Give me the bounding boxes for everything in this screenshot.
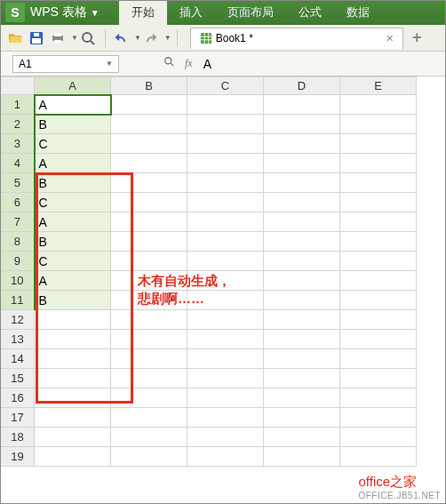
cell[interactable]: C [35, 193, 111, 212]
tab-close-icon[interactable]: × [386, 31, 394, 45]
cell[interactable] [111, 428, 187, 447]
row-header[interactable]: 9 [1, 252, 35, 271]
cell[interactable] [187, 252, 264, 271]
cell[interactable] [264, 95, 340, 115]
row-header[interactable]: 5 [1, 173, 35, 193]
cell[interactable] [187, 388, 264, 408]
cell[interactable] [187, 310, 264, 330]
row-header[interactable]: 10 [1, 271, 35, 291]
cell[interactable]: B [35, 232, 111, 252]
cell[interactable] [264, 193, 340, 212]
row-header[interactable]: 3 [1, 134, 35, 154]
cell[interactable]: C [35, 252, 111, 271]
row-header[interactable]: 15 [1, 369, 35, 388]
cell[interactable] [111, 232, 187, 252]
cell[interactable] [340, 408, 417, 428]
cell[interactable] [340, 154, 417, 173]
cell[interactable]: B [35, 115, 111, 134]
cell[interactable] [35, 369, 111, 388]
cell[interactable] [340, 291, 417, 310]
cell[interactable] [340, 212, 417, 232]
cell[interactable] [187, 428, 264, 447]
menu-data[interactable]: 数据 [334, 0, 382, 25]
cell[interactable] [264, 447, 340, 467]
cell[interactable] [111, 330, 187, 349]
cell[interactable] [111, 447, 187, 467]
cell[interactable] [264, 252, 340, 271]
cell[interactable] [340, 134, 417, 154]
row-header[interactable]: 16 [1, 388, 35, 408]
cell[interactable] [187, 95, 264, 115]
col-header-E[interactable]: E [340, 77, 417, 95]
cell[interactable] [264, 134, 340, 154]
cell[interactable] [111, 349, 187, 369]
cell[interactable]: B [35, 291, 111, 310]
cell[interactable] [264, 212, 340, 232]
row-header[interactable]: 8 [1, 232, 35, 252]
cell[interactable] [340, 232, 417, 252]
cell[interactable] [111, 408, 187, 428]
menu-formula[interactable]: 公式 [286, 0, 334, 25]
row-header[interactable]: 18 [1, 428, 35, 447]
cell[interactable] [340, 95, 417, 115]
cell[interactable] [264, 310, 340, 330]
cell[interactable] [340, 115, 417, 134]
cell[interactable] [187, 369, 264, 388]
cell[interactable] [340, 193, 417, 212]
col-header-D[interactable]: D [264, 77, 340, 95]
row-header[interactable]: 6 [1, 193, 35, 212]
cell[interactable] [187, 330, 264, 349]
cell[interactable] [264, 388, 340, 408]
title-dropdown-icon[interactable]: ▼ [91, 8, 100, 18]
cell[interactable]: A [35, 154, 111, 173]
cell[interactable] [187, 408, 264, 428]
menu-start[interactable]: 开始 [119, 0, 167, 25]
cell[interactable] [264, 232, 340, 252]
cell[interactable] [264, 173, 340, 193]
cell[interactable] [111, 369, 187, 388]
cell[interactable] [111, 115, 187, 134]
print-dropdown-icon[interactable]: ▼ [71, 34, 78, 42]
row-header[interactable]: 11 [1, 291, 35, 310]
cell[interactable]: A [35, 95, 111, 115]
row-header[interactable]: 17 [1, 408, 35, 428]
cell[interactable] [35, 408, 111, 428]
undo-dropdown-icon[interactable]: ▼ [134, 34, 141, 42]
tab-book1[interactable]: Book1 * × [190, 28, 403, 49]
cell[interactable] [340, 330, 417, 349]
redo-icon[interactable] [141, 28, 161, 48]
undo-icon[interactable] [111, 28, 131, 48]
formula-value[interactable]: A [203, 57, 211, 71]
cell[interactable] [187, 212, 264, 232]
fx-icon[interactable]: fx [185, 57, 193, 70]
cell[interactable] [187, 173, 264, 193]
col-header-A[interactable]: A [35, 77, 111, 95]
menu-page-layout[interactable]: 页面布局 [215, 0, 286, 25]
cell[interactable] [187, 115, 264, 134]
print-icon[interactable] [48, 28, 68, 48]
cell[interactable] [340, 173, 417, 193]
zoom-icon[interactable] [163, 56, 176, 71]
redo-dropdown-icon[interactable]: ▼ [164, 34, 171, 42]
cell[interactable] [111, 154, 187, 173]
cell[interactable] [340, 447, 417, 467]
cell[interactable] [264, 115, 340, 134]
row-header[interactable]: 14 [1, 349, 35, 369]
cell[interactable] [264, 271, 340, 291]
cell[interactable] [187, 193, 264, 212]
cell[interactable] [111, 310, 187, 330]
menu-insert[interactable]: 插入 [167, 0, 215, 25]
row-header[interactable]: 1 [1, 95, 35, 115]
cell[interactable] [35, 310, 111, 330]
cell[interactable] [187, 154, 264, 173]
cell[interactable] [264, 408, 340, 428]
cell[interactable]: C [35, 134, 111, 154]
cell[interactable] [264, 330, 340, 349]
preview-icon[interactable] [78, 28, 98, 48]
row-header[interactable]: 2 [1, 115, 35, 134]
cell[interactable] [187, 447, 264, 467]
cell[interactable] [35, 330, 111, 349]
row-header[interactable]: 13 [1, 330, 35, 349]
cell[interactable] [264, 349, 340, 369]
cell[interactable] [340, 252, 417, 271]
